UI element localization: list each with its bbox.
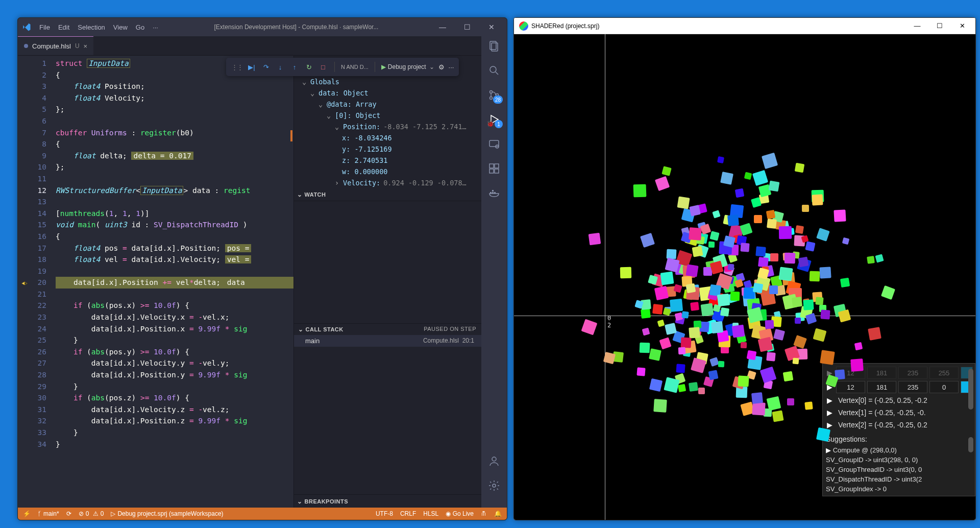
code-line[interactable]: };	[56, 104, 293, 115]
code-line[interactable]: float delta; delta = 0.017	[56, 150, 293, 162]
scope-globals[interactable]: Globals	[310, 78, 339, 86]
minimize-button[interactable]: —	[906, 19, 928, 33]
code-line[interactable]: data[id.x].Velocity.y = -vel.y;	[56, 357, 293, 369]
step-out-icon[interactable]: ↑	[289, 63, 300, 71]
code-line[interactable]: }	[56, 427, 293, 439]
launch-select[interactable]: Debug project	[381, 63, 434, 70]
code-line[interactable]: };	[56, 161, 293, 173]
code-line[interactable]: data[id.x].Position.x = 9.99f * sig	[56, 323, 293, 335]
code-line[interactable]: float4 Velocity;	[56, 92, 293, 104]
code-line[interactable]: data[id.x].Velocity.z = -vel.z;	[56, 404, 293, 416]
vertex-row[interactable]: ▶Vertex[1] = (-0.25, -0.25, -0.	[825, 406, 973, 419]
play-icon[interactable]: ▶	[825, 409, 834, 417]
account-icon[interactable]	[487, 454, 501, 468]
debug-config-select[interactable]: N AND D...	[341, 64, 369, 70]
code-line[interactable]	[56, 266, 293, 277]
var-adata[interactable]: @data: Array	[327, 100, 377, 108]
gear-icon[interactable]: ⚙	[438, 63, 445, 71]
code-line[interactable]: float4 pos = data[id.x].Position; pos =	[56, 243, 293, 254]
search-icon[interactable]	[487, 64, 501, 77]
code-line[interactable]: if (abs(pos.y) >= 10.0f) {	[56, 346, 293, 358]
go-live[interactable]: ◉ Go Live	[446, 510, 474, 517]
panel-scrollbar[interactable]	[968, 366, 973, 494]
callstack-section[interactable]: ⌄ CALL STACK PAUSED ON STEP main Compute…	[294, 323, 481, 494]
code-line[interactable]	[56, 196, 293, 208]
code-line[interactable]: }	[56, 439, 293, 450]
menu-view[interactable]: View	[113, 23, 128, 31]
continue-icon[interactable]: ▶|	[247, 63, 257, 71]
notifications-icon[interactable]: 🔔	[494, 510, 502, 517]
code-line[interactable]: }	[56, 381, 293, 393]
code-line[interactable]: }	[56, 334, 293, 346]
callstack-frame[interactable]: main Compute.hlsl 20:1	[294, 335, 481, 347]
code-line[interactable]: if (abs(pos.z) >= 10.0f) {	[56, 392, 293, 404]
code-line[interactable]: data[id.x].Position.z = 9.99f * sig	[56, 415, 293, 427]
pixel-inspect-panel[interactable]: ▶12181235255▶121812350 ▶Vertex[0] = (-0.…	[822, 363, 975, 496]
code-line[interactable]	[56, 289, 293, 300]
settings-gear-icon[interactable]	[487, 479, 501, 492]
drag-handle-icon[interactable]: ⋮⋮	[231, 63, 242, 71]
extensions-icon[interactable]	[487, 162, 501, 175]
restart-icon[interactable]: ↻	[304, 63, 314, 71]
breakpoints-section-header[interactable]: ⌄ BREAKPOINTS	[294, 494, 481, 508]
pixel-row[interactable]: ▶121812350	[825, 380, 973, 394]
git-sync[interactable]: ⟳	[66, 510, 71, 517]
eol[interactable]: CRLF	[400, 510, 416, 517]
encoding[interactable]: UTF-8	[376, 510, 393, 517]
var-idx0[interactable]: [0]: Object	[335, 111, 380, 119]
vscode-titlebar[interactable]: FileEditSelectionViewGo··· [Extension De…	[18, 18, 507, 36]
git-branch[interactable]: ᚶ main*	[38, 510, 59, 517]
watch-section-header[interactable]: ⌄ WATCH	[294, 188, 481, 201]
breakpoint-gutter[interactable]	[18, 56, 31, 508]
code-line[interactable]: if (abs(pos.x) >= 10.0f) {	[56, 300, 293, 311]
pixel-row[interactable]: ▶12181235255	[825, 366, 973, 380]
problems[interactable]: ⊘ 0 ⚠ 0	[79, 510, 104, 517]
run-debug-icon[interactable]: 🐞1	[487, 113, 501, 126]
language-mode[interactable]: HLSL	[423, 510, 438, 517]
step-into-icon[interactable]: ↓	[275, 63, 285, 71]
code-line[interactable]	[56, 115, 293, 127]
shadered-titlebar[interactable]: SHADERed (project.sprj) — ☐ ✕	[514, 18, 975, 34]
watch-body[interactable]	[294, 201, 481, 323]
code-area[interactable]: struct InputData{ float4 Position; float…	[51, 56, 293, 508]
code-line[interactable]: [numthreads(1, 1, 1)]	[56, 208, 293, 220]
editor-tab[interactable]: Compute.hlsl U ×	[18, 36, 93, 55]
menu-go[interactable]: Go	[136, 23, 144, 31]
vertex-row[interactable]: ▶Vertex[2] = (-0.25, -0.25, 0.2	[825, 419, 973, 431]
menu-file[interactable]: File	[39, 23, 50, 31]
minimize-button[interactable]: —	[434, 23, 451, 31]
remote-icon[interactable]	[487, 137, 501, 151]
code-editor[interactable]: 1234567891011121314151617181920212223242…	[18, 56, 293, 508]
docker-icon[interactable]	[487, 186, 501, 200]
menu-edit[interactable]: Edit	[58, 23, 69, 31]
vertex-row[interactable]: ▶Vertex[0] = (-0.25, 0.25, -0.2	[825, 394, 973, 406]
more-icon[interactable]: ···	[449, 63, 454, 71]
code-line[interactable]: {	[56, 138, 293, 150]
var-data[interactable]: data: Object	[318, 89, 369, 97]
code-line[interactable]: {	[56, 231, 293, 243]
tab-close-icon[interactable]: ×	[84, 42, 88, 50]
code-line[interactable]: void main( uint3 id : SV_DispatchThreadI…	[56, 219, 293, 231]
stop-icon[interactable]: □	[318, 63, 328, 71]
step-over-icon[interactable]: ↷	[261, 63, 271, 71]
remote-indicator[interactable]: ⚡	[23, 510, 31, 517]
maximize-button[interactable]: ☐	[928, 19, 951, 33]
source-control-icon[interactable]: 28	[487, 88, 501, 102]
code-line[interactable]: data[id.x].Velocity.x = -vel.x;	[56, 311, 293, 323]
var-velocity[interactable]: Velocity:	[343, 179, 380, 187]
debug-toolbar[interactable]: ⋮⋮ ▶| ↷ ↓ ↑ ↻ □ N AND D... Debug project…	[226, 58, 459, 76]
feedback-icon[interactable]: ⫚	[481, 510, 487, 517]
variables-tree[interactable]: ⌄Globals ⌄data: Object ⌄@data: Array ⌄[0…	[294, 76, 481, 188]
menu-···[interactable]: ···	[153, 23, 158, 31]
close-button[interactable]: ✕	[483, 23, 500, 31]
code-line[interactable]: data[id.x].Position += vel*delta; data	[56, 277, 293, 289]
maximize-button[interactable]: ☐	[459, 23, 475, 31]
close-button[interactable]: ✕	[951, 19, 973, 33]
debug-status[interactable]: ▷ Debug project.sprj (sampleWorkspace)	[111, 510, 223, 517]
var-position[interactable]: Position:	[343, 123, 380, 131]
code-line[interactable]: float4 Position;	[56, 81, 293, 92]
code-line[interactable]	[56, 173, 293, 185]
play-icon[interactable]: ▶	[825, 396, 834, 404]
explorer-icon[interactable]	[487, 39, 501, 53]
play-icon[interactable]: ▶	[825, 421, 834, 429]
